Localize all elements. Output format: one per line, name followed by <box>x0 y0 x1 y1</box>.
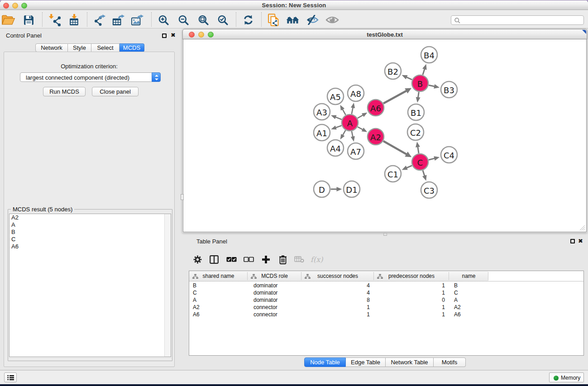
edge-B-B1[interactable] <box>418 92 419 98</box>
mcds-result-list[interactable]: A2ABCA6 <box>9 214 171 357</box>
hide-panel-button[interactable] <box>305 13 320 27</box>
status-list-button[interactable] <box>4 372 17 382</box>
status-bar: Memory <box>0 370 588 384</box>
zoom-in-button[interactable] <box>156 13 171 27</box>
node-label-A: A <box>347 119 353 128</box>
gear-button[interactable] <box>191 254 203 265</box>
table-row[interactable]: Bdominator41B <box>189 282 583 289</box>
network-resize-grip[interactable] <box>579 225 585 231</box>
edge-arrow-B-B1 <box>416 97 421 103</box>
edge-A-A8[interactable] <box>352 107 353 114</box>
screen: Session: New Session Control Panel ✖ Net… <box>0 0 588 386</box>
show-eye-button[interactable] <box>325 13 340 27</box>
edge-A-A5[interactable] <box>343 109 346 115</box>
close-panel-button[interactable]: Close panel <box>92 87 139 96</box>
table-tab-edge-table[interactable]: Edge Table <box>346 357 386 367</box>
edge-A-A1[interactable] <box>335 126 341 128</box>
mcds-result-item[interactable]: A2 <box>10 214 171 221</box>
run-mcds-button[interactable]: Run MCDS <box>43 87 86 96</box>
import-network-button[interactable] <box>47 13 62 27</box>
column-header-shared-name[interactable]: shared name <box>189 271 248 281</box>
control-panel-close-button[interactable]: ✖ <box>171 33 176 38</box>
split-columns-icon <box>210 255 219 264</box>
column-header-name[interactable]: name <box>449 271 488 281</box>
deselect-all-button[interactable] <box>243 254 254 265</box>
table-tab-node-table[interactable]: Node Table <box>304 357 346 367</box>
zoom-fit-button[interactable] <box>196 13 211 27</box>
mcds-result-group-title: MCDS result (5 nodes) <box>11 206 74 213</box>
table-cell: 1 <box>374 282 449 289</box>
table-header: shared nameMCDS rolesuccessor nodesprede… <box>189 271 488 281</box>
import-table-button[interactable] <box>67 13 82 27</box>
edge-B-B4[interactable] <box>423 69 425 75</box>
select-all-button[interactable] <box>225 254 237 265</box>
memory-indicator[interactable]: Memory <box>549 372 584 382</box>
edge-C-C3[interactable] <box>423 171 425 176</box>
node-label-A5: A5 <box>330 92 341 102</box>
network-left-grip[interactable] <box>181 194 184 200</box>
node-label-A4: A4 <box>330 144 341 153</box>
edge-A-A4[interactable] <box>343 130 345 135</box>
mcds-result-item[interactable]: C <box>10 236 171 243</box>
home-button[interactable] <box>285 13 301 27</box>
edge-B-B2[interactable] <box>406 77 412 80</box>
table-tab-network-table[interactable]: Network Table <box>386 357 434 367</box>
zoom-out-icon <box>178 15 188 25</box>
export-network-button[interactable] <box>92 13 107 27</box>
edge-C-C1[interactable] <box>406 166 412 168</box>
table-cell: B <box>449 282 488 289</box>
table-row[interactable]: A6connector11A6 <box>189 311 583 318</box>
split-pane-grip[interactable] <box>383 233 387 236</box>
delete-column-icon <box>279 255 287 264</box>
table-tab-motifs[interactable]: Motifs <box>434 357 466 367</box>
search-box[interactable] <box>451 15 584 25</box>
control-panel-float-button[interactable] <box>162 33 167 38</box>
column-header-successor-nodes[interactable]: successor nodes <box>301 271 374 281</box>
control-tab-network[interactable]: Network <box>35 43 68 52</box>
result-list-scrollbar[interactable] <box>164 214 171 357</box>
export-image-button[interactable] <box>130 13 145 27</box>
edge-A-A7[interactable] <box>352 131 353 137</box>
mcds-result-item[interactable]: A6 <box>10 243 171 250</box>
edge-A-A3[interactable] <box>335 117 342 119</box>
edge-A-A2[interactable] <box>358 127 363 129</box>
control-tab-mcds[interactable]: MCDS <box>120 43 144 52</box>
save-session-button[interactable] <box>21 13 36 27</box>
node-label-B1: B1 <box>411 108 421 118</box>
edge-B-B3[interactable] <box>429 85 435 86</box>
control-tab-select[interactable]: Select <box>91 43 120 52</box>
clone-network-button[interactable] <box>266 13 281 27</box>
edge-A6-B[interactable] <box>383 91 406 103</box>
control-tab-style[interactable]: Style <box>68 43 91 52</box>
table-cell: dominator <box>248 289 301 296</box>
zoom-out-button[interactable] <box>176 13 191 27</box>
table-row[interactable]: A2connector11A2 <box>189 304 583 311</box>
open-session-icon <box>2 15 14 25</box>
edge-C-C4[interactable] <box>429 158 435 160</box>
table-header-border <box>189 281 583 281</box>
search-input[interactable] <box>462 16 580 24</box>
refresh-button[interactable] <box>240 13 256 27</box>
column-header-predecessor-nodes[interactable]: predecessor nodes <box>374 271 449 281</box>
open-session-button[interactable] <box>0 13 16 27</box>
table-panel-close-button[interactable]: ✖ <box>578 239 583 243</box>
table-panel-float-button[interactable] <box>570 239 575 243</box>
edge-A2-C[interactable] <box>383 141 407 154</box>
add-column-button[interactable] <box>260 254 272 265</box>
split-columns-button[interactable] <box>208 254 220 265</box>
delete-column-button[interactable] <box>277 254 289 265</box>
network-canvas[interactable]: AA6A2BCA1A3A4A5A7A8B1B2B3B4C1C2C3C4DD1 <box>183 39 587 232</box>
edge-arrow-C-C3 <box>422 175 427 181</box>
mcds-result-item[interactable]: B <box>10 229 171 236</box>
zoom-selected-button[interactable] <box>215 13 230 27</box>
table-cell: connector <box>248 311 301 318</box>
export-table-button[interactable] <box>111 13 126 27</box>
edge-A-A6[interactable] <box>358 115 363 118</box>
criterion-dropdown[interactable]: largest connected component (directed) <box>20 72 161 82</box>
edge-arrow-A-A7 <box>351 136 355 142</box>
table-row[interactable]: Adominator80A <box>189 296 583 304</box>
column-header-MCDS-role[interactable]: MCDS role <box>248 271 301 281</box>
table-row[interactable]: Cdominator41C <box>189 289 583 296</box>
mcds-result-item[interactable]: A <box>10 221 171 229</box>
edge-C-C2[interactable] <box>418 147 419 153</box>
